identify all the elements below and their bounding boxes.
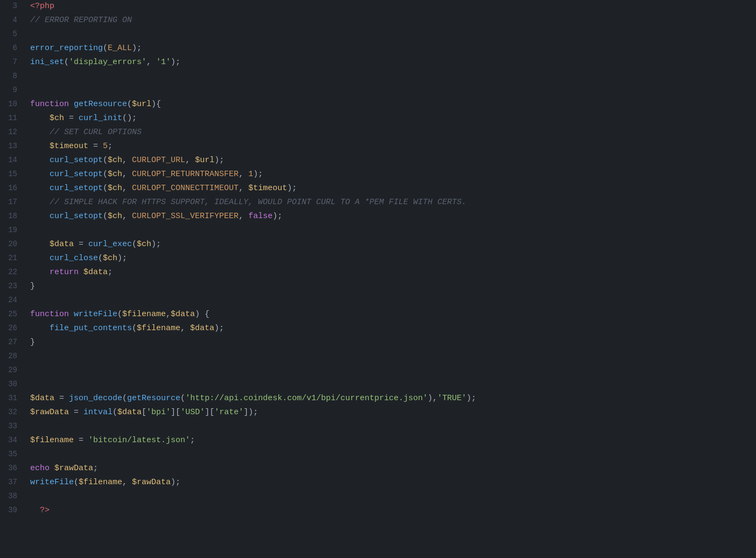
line-number: 21 xyxy=(0,252,26,264)
token-plain: = xyxy=(64,114,79,123)
token-var: $ch xyxy=(108,170,122,179)
token-plain: ; xyxy=(93,464,98,473)
token-var: $url xyxy=(195,156,214,165)
code-line: 26 file_put_contents($filename, $data); xyxy=(0,322,756,336)
line-content: function getResource($url){ xyxy=(26,98,756,111)
token-plain: , xyxy=(180,324,190,333)
line-content: $filename = 'bitcoin/latest.json'; xyxy=(26,434,756,447)
line-number: 8 xyxy=(0,70,26,82)
token-plain: , xyxy=(122,184,132,193)
token-plain xyxy=(30,198,50,207)
line-number: 30 xyxy=(0,378,26,390)
token-func: curl_setopt xyxy=(50,184,103,193)
token-plain xyxy=(30,156,50,165)
token-var: $rawData xyxy=(30,408,69,417)
code-line: 36echo $rawData; xyxy=(0,462,756,476)
line-number: 36 xyxy=(0,462,26,474)
token-var: $timeout xyxy=(248,184,287,193)
line-content: curl_setopt($ch, CURLOPT_CONNECTTIMEOUT,… xyxy=(26,182,756,195)
token-plain: = xyxy=(88,142,103,151)
token-plain: ); xyxy=(214,324,224,333)
token-string: 'http://api.coindesk.com/v1/bpi/currentp… xyxy=(185,394,428,403)
token-plain: } xyxy=(30,338,35,347)
token-keyword: function xyxy=(30,100,69,109)
token-var: $data xyxy=(190,324,214,333)
line-number: 12 xyxy=(0,126,26,138)
token-plain: ); xyxy=(117,254,127,263)
token-var: $ch xyxy=(108,156,122,165)
token-plain: = xyxy=(74,436,88,445)
line-number: 13 xyxy=(0,140,26,152)
token-plain: ( xyxy=(103,156,108,165)
token-var: $filename xyxy=(79,478,122,487)
token-string: 'TRUE' xyxy=(437,394,466,403)
token-plain: = xyxy=(69,408,83,417)
line-number: 6 xyxy=(0,42,26,54)
code-line: 17 // SIMPLE HACK FOR HTTPS SUPPORT, IDE… xyxy=(0,196,756,210)
line-content: $timeout = 5; xyxy=(26,140,756,153)
token-plain: ), xyxy=(428,394,437,403)
line-content: } xyxy=(26,280,756,293)
token-string: '1' xyxy=(156,58,171,67)
line-number: 27 xyxy=(0,336,26,348)
line-content: echo $rawData; xyxy=(26,462,756,475)
line-content: $rawData = intval($data['bpi']['USD']['r… xyxy=(26,406,756,419)
line-content: // SET CURL OPTIONS xyxy=(26,126,756,139)
line-number: 19 xyxy=(0,224,26,236)
token-func: curl_close xyxy=(50,254,98,263)
line-number: 26 xyxy=(0,322,26,334)
token-func: curl_init xyxy=(79,114,122,123)
token-var: $filename xyxy=(122,310,166,319)
token-plain: ); xyxy=(151,240,161,249)
code-line: 34$filename = 'bitcoin/latest.json'; xyxy=(0,434,756,448)
line-content xyxy=(26,448,756,461)
code-line: 38 xyxy=(0,490,756,504)
token-var: $ch xyxy=(103,254,117,263)
token-plain: , xyxy=(239,184,248,193)
line-number: 24 xyxy=(0,294,26,306)
line-content xyxy=(26,28,756,41)
line-content xyxy=(26,420,756,433)
code-line: 11 $ch = curl_init(); xyxy=(0,112,756,126)
token-plain xyxy=(30,254,50,263)
line-content: function writeFile($filename,$data) { xyxy=(26,308,756,321)
token-const: CURLOPT_SSL_VERIFYPEER xyxy=(132,212,239,221)
line-content xyxy=(26,364,756,377)
code-line: 31$data = json_decode(getResource('http:… xyxy=(0,392,756,406)
token-const: CURLOPT_CONNECTTIMEOUT xyxy=(132,184,239,193)
line-content xyxy=(26,350,756,363)
token-plain: ); xyxy=(214,156,224,165)
token-var: $ch xyxy=(137,240,151,249)
code-line: 5 xyxy=(0,28,756,42)
line-number: 35 xyxy=(0,448,26,460)
token-string: 'rate' xyxy=(214,408,243,417)
token-var: $data xyxy=(50,240,74,249)
line-number: 20 xyxy=(0,238,26,250)
code-line: 7ini_set('display_errors', '1'); xyxy=(0,56,756,70)
token-tag: ?> xyxy=(40,506,50,515)
token-func: ini_set xyxy=(30,58,64,67)
token-plain: ); xyxy=(466,394,476,403)
token-plain: , xyxy=(146,58,156,67)
token-plain: , xyxy=(122,478,132,487)
code-line: 33 xyxy=(0,420,756,434)
line-number: 7 xyxy=(0,56,26,68)
line-content: <?php xyxy=(26,0,756,13)
token-plain xyxy=(50,464,54,473)
token-string: 'bpi' xyxy=(146,408,171,417)
token-var: $filename xyxy=(137,324,180,333)
token-var: $ch xyxy=(108,184,122,193)
code-line: 20 $data = curl_exec($ch); xyxy=(0,238,756,252)
token-func: curl_setopt xyxy=(50,170,103,179)
line-content: ?> xyxy=(26,504,756,517)
token-plain: ( xyxy=(103,184,108,193)
token-comment: // SET CURL OPTIONS xyxy=(50,128,142,137)
code-line: 32$rawData = intval($data['bpi']['USD'][… xyxy=(0,406,756,420)
token-keyword: function xyxy=(30,310,69,319)
line-number: 39 xyxy=(0,504,26,516)
token-var: $ch xyxy=(108,212,122,221)
code-line: 21 curl_close($ch); xyxy=(0,252,756,266)
token-comment: // SIMPLE HACK FOR HTTPS SUPPORT, IDEALL… xyxy=(50,198,466,207)
token-func: file_put_contents xyxy=(50,324,132,333)
token-plain: ( xyxy=(98,254,103,263)
